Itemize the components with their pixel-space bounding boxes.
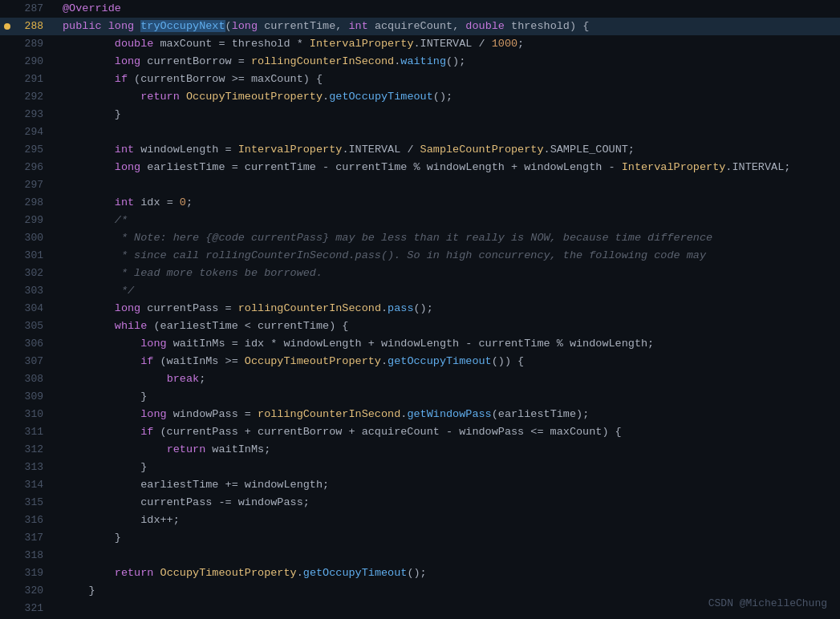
code-line: 303 */ xyxy=(0,282,840,300)
breakpoint-area[interactable] xyxy=(0,141,14,159)
token xyxy=(63,38,115,50)
token: rollingCounterInSecond xyxy=(251,55,394,67)
token: . xyxy=(381,355,388,367)
line-number: 311 xyxy=(14,423,56,441)
token: (currentBorrow >= maxCount) { xyxy=(128,73,323,85)
breakpoint-area[interactable] xyxy=(0,512,14,529)
token: (); xyxy=(433,91,452,103)
breakpoint-area[interactable] xyxy=(0,353,14,370)
breakpoint-area[interactable] xyxy=(0,459,14,476)
code-content: } xyxy=(56,459,840,476)
token: return xyxy=(140,91,180,103)
breakpoint-area[interactable] xyxy=(0,282,14,300)
token: int xyxy=(349,20,368,32)
breakpoint-area[interactable] xyxy=(0,35,14,53)
breakpoint-dot xyxy=(4,23,10,30)
code-content: * lead more tokens be borrowed. xyxy=(56,265,840,282)
code-content: public long tryOccupyNext(long currentTi… xyxy=(56,18,840,35)
token: getOccupyTimeout xyxy=(329,91,433,103)
breakpoint-area[interactable] xyxy=(0,406,14,423)
breakpoint-area[interactable] xyxy=(0,123,14,141)
breakpoint-area[interactable] xyxy=(0,582,14,600)
token xyxy=(63,320,115,332)
token xyxy=(63,161,115,173)
token xyxy=(63,55,115,67)
token: idx++; xyxy=(63,514,180,526)
breakpoint-area[interactable] xyxy=(0,53,14,71)
breakpoint-area[interactable] xyxy=(0,441,14,459)
token: while xyxy=(115,320,148,332)
breakpoint-area[interactable] xyxy=(0,18,14,35)
token xyxy=(63,567,115,579)
token: .INTERVAL; xyxy=(725,161,790,173)
token: long xyxy=(115,302,140,314)
breakpoint-area[interactable] xyxy=(0,547,14,564)
token: if xyxy=(115,73,128,85)
code-line: 309 } xyxy=(0,388,840,406)
line-number: 314 xyxy=(14,476,56,494)
code-line: 292 return OccupyTimeoutProperty.getOccu… xyxy=(0,88,840,106)
token: } xyxy=(63,108,121,120)
breakpoint-area[interactable] xyxy=(0,529,14,547)
code-content: return waitInMs; xyxy=(56,441,840,459)
breakpoint-area[interactable] xyxy=(0,176,14,194)
token: } xyxy=(63,390,147,403)
code-content: */ xyxy=(56,282,840,300)
breakpoint-area[interactable] xyxy=(0,106,14,123)
code-content: double maxCount = threshold * IntervalPr… xyxy=(56,35,840,53)
token: (earliestTime < currentTime) { xyxy=(147,320,348,332)
token: OccupyTimeoutProperty xyxy=(160,567,297,579)
line-number: 308 xyxy=(14,370,56,388)
token xyxy=(63,144,115,156)
breakpoint-area[interactable] xyxy=(0,476,14,494)
code-content: long currentPass = rollingCounterInSecon… xyxy=(56,300,840,318)
breakpoint-area[interactable] xyxy=(0,388,14,406)
token: long xyxy=(115,55,140,67)
token: IntervalProperty xyxy=(310,38,414,50)
breakpoint-area[interactable] xyxy=(0,494,14,512)
breakpoint-area[interactable] xyxy=(0,71,14,88)
token: . xyxy=(297,567,303,579)
breakpoint-area[interactable] xyxy=(0,194,14,212)
line-number: 312 xyxy=(14,441,56,459)
code-content: } xyxy=(56,106,840,123)
breakpoint-area[interactable] xyxy=(0,0,14,18)
breakpoint-area[interactable] xyxy=(0,212,14,229)
breakpoint-area[interactable] xyxy=(0,229,14,247)
breakpoint-area[interactable] xyxy=(0,247,14,265)
code-line: 305 while (earliestTime < currentTime) { xyxy=(0,318,840,335)
token: .INTERVAL / xyxy=(342,144,420,156)
code-content: /* xyxy=(56,212,840,229)
token: pass xyxy=(388,302,413,314)
breakpoint-area[interactable] xyxy=(0,88,14,106)
token xyxy=(180,91,186,103)
breakpoint-area[interactable] xyxy=(0,423,14,441)
line-number: 313 xyxy=(14,459,56,476)
line-number: 310 xyxy=(14,406,56,423)
line-number: 287 xyxy=(14,0,56,18)
breakpoint-area[interactable] xyxy=(0,600,14,617)
breakpoint-area[interactable] xyxy=(0,370,14,388)
token: rollingCounterInSecond xyxy=(238,302,381,314)
breakpoint-area[interactable] xyxy=(0,318,14,335)
token: ; xyxy=(199,373,205,385)
token: 1000 xyxy=(492,38,517,50)
code-content: * Note: here {@code currentPass} may be … xyxy=(56,229,840,247)
token: } xyxy=(63,532,121,544)
token xyxy=(63,408,140,420)
breakpoint-area[interactable] xyxy=(0,159,14,176)
code-line: 312 return waitInMs; xyxy=(0,441,840,459)
line-number: 309 xyxy=(14,388,56,406)
code-content xyxy=(56,176,840,194)
code-line: 291 if (currentBorrow >= maxCount) { xyxy=(0,71,840,88)
breakpoint-area[interactable] xyxy=(0,300,14,318)
breakpoint-area[interactable] xyxy=(0,335,14,353)
breakpoint-area[interactable] xyxy=(0,265,14,282)
breakpoint-area[interactable] xyxy=(0,564,14,582)
line-number: 302 xyxy=(14,265,56,282)
token: (earliestTime); xyxy=(492,408,590,420)
code-content: if (currentPass + currentBorrow + acquir… xyxy=(56,423,840,441)
token: (); xyxy=(414,302,433,314)
token: (); xyxy=(407,567,426,579)
code-content: long waitInMs = idx * windowLength + win… xyxy=(56,335,840,353)
